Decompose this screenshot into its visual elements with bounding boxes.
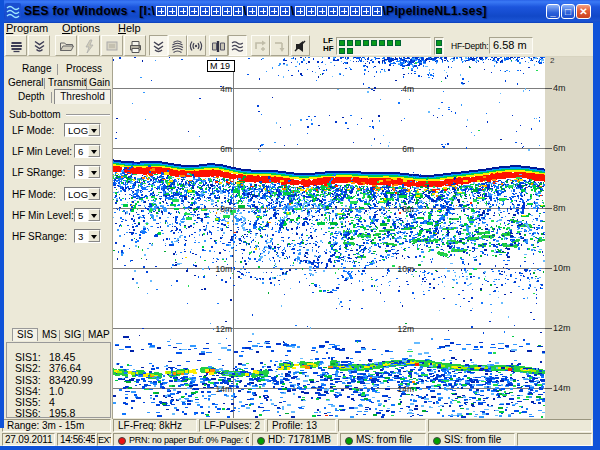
- svg-text:6m: 6m: [220, 144, 232, 154]
- svg-text:M 19: M 19: [210, 61, 230, 71]
- svg-text:8m: 8m: [402, 204, 414, 214]
- svg-text:6m: 6m: [402, 144, 414, 154]
- svg-text:14m: 14m: [397, 384, 414, 394]
- svg-text:14m: 14m: [215, 384, 232, 394]
- svg-text:10m: 10m: [397, 264, 414, 274]
- svg-text:12m: 12m: [215, 324, 232, 334]
- svg-text:8m: 8m: [220, 204, 232, 214]
- svg-text:12m: 12m: [397, 324, 414, 334]
- svg-text:4m: 4m: [220, 84, 232, 94]
- svg-text:4m: 4m: [402, 84, 414, 94]
- svg-text:10m: 10m: [215, 264, 232, 274]
